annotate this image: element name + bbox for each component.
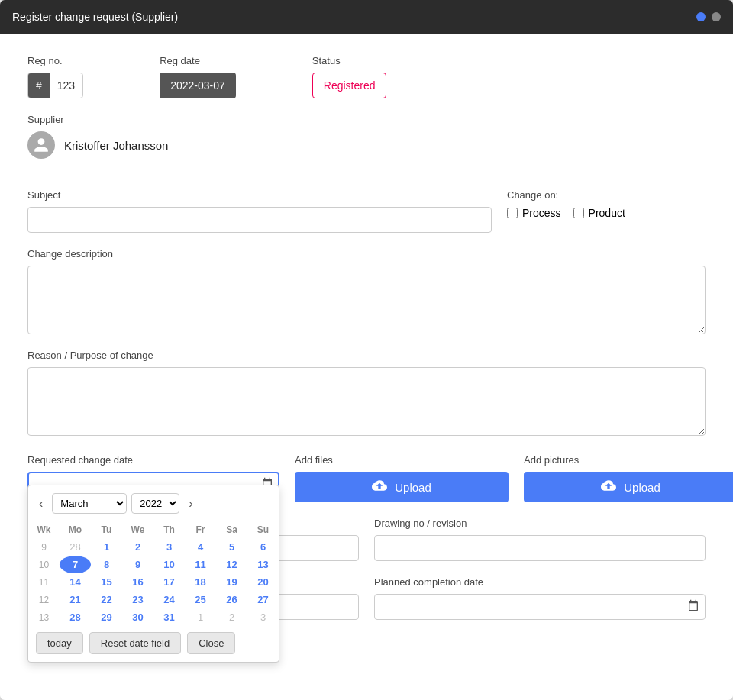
main-window: Register change request (Supplier) Reg n… — [0, 0, 733, 700]
reg-no-input[interactable]: # 123 — [27, 73, 83, 98]
planned-completion-calendar-btn[interactable] — [687, 599, 699, 615]
cal-next-btn[interactable]: › — [184, 495, 197, 512]
supplier-name: Kristoffer Johansson — [64, 139, 168, 152]
cal-day[interactable]: 28 — [60, 608, 91, 626]
reg-date-label: Reg date — [160, 55, 236, 66]
upload-pictures-icon — [601, 478, 616, 497]
cal-day[interactable]: 8 — [91, 556, 122, 573]
dot-gray — [712, 12, 721, 21]
upload-files-btn[interactable]: Upload — [295, 472, 509, 502]
cal-day[interactable]: 13 — [247, 556, 279, 573]
cal-day[interactable]: 5 — [216, 538, 247, 556]
cal-week-num: 13 — [28, 608, 60, 626]
planned-date-wrapper — [374, 594, 706, 620]
status-value: Registered — [324, 79, 376, 92]
titlebar: Register change request (Supplier) — [0, 0, 733, 34]
change-desc-textarea[interactable] — [27, 266, 706, 334]
product-checkbox[interactable] — [573, 208, 584, 218]
cal-header: ‹ January February March April May June … — [28, 485, 279, 521]
cal-day[interactable]: 10 — [153, 556, 185, 573]
avatar — [27, 131, 55, 159]
process-label: Process — [522, 207, 561, 219]
supplier-group: Supplier Kristoffer Johansson — [27, 114, 706, 174]
cal-day[interactable]: 26 — [216, 591, 247, 608]
cal-day[interactable]: 3 — [247, 608, 279, 626]
reason-textarea[interactable] — [27, 367, 706, 436]
cal-day[interactable]: 14 — [60, 573, 91, 591]
drawing-no-input[interactable] — [374, 535, 706, 561]
cal-header-we: We — [122, 521, 153, 538]
process-checkbox-item[interactable]: Process — [507, 207, 561, 219]
date-files-pics-row: Requested change date ‹ — [27, 454, 706, 502]
cal-day[interactable]: 21 — [60, 591, 91, 608]
supplier-row: Kristoffer Johansson — [27, 131, 706, 159]
reg-date-value: 2022-03-07 — [170, 79, 225, 92]
cal-day[interactable]: 6 — [247, 538, 279, 556]
change-on-group: Change on: Process Product — [507, 189, 706, 219]
cal-close-btn[interactable]: Close — [187, 632, 235, 654]
cal-day[interactable]: 2 — [122, 538, 153, 556]
planned-completion-label: Planned completion date — [374, 576, 706, 588]
upload-files-icon — [372, 478, 387, 497]
status-badge: Registered — [312, 73, 387, 98]
reg-no-value: 123 — [50, 79, 82, 92]
cal-year-select[interactable]: 2020 2021 2022 2023 2024 — [131, 493, 179, 514]
reg-date-group: Reg date 2022-03-07 — [160, 55, 236, 98]
cal-day[interactable]: 24 — [153, 591, 185, 608]
upload-pictures-btn[interactable]: Upload — [524, 472, 733, 502]
product-label: Product — [589, 207, 625, 219]
cal-day[interactable]: 11 — [185, 556, 216, 573]
cal-day[interactable]: 18 — [185, 573, 216, 591]
cal-day[interactable]: 4 — [185, 538, 216, 556]
add-pictures-group: Add pictures Upload — [524, 454, 733, 502]
cal-day[interactable]: 22 — [91, 591, 122, 608]
cal-day[interactable]: 1 — [91, 538, 122, 556]
cal-day[interactable]: 31 — [153, 608, 185, 626]
subject-input[interactable] — [27, 207, 492, 233]
planned-completion-group: Planned completion date — [374, 576, 706, 620]
cal-day[interactable]: 23 — [122, 591, 153, 608]
cal-header-sa: Sa — [216, 521, 247, 538]
cal-day[interactable]: 7 — [60, 556, 91, 573]
planned-completion-input[interactable] — [374, 594, 706, 620]
add-files-group: Add files Upload — [295, 454, 509, 502]
calendar-grid: Wk Mo Tu We Th Fr Sa Su 92812345610 — [28, 521, 279, 626]
change-on-label: Change on: — [507, 189, 706, 201]
planned-col: Planned completion date — [374, 576, 706, 620]
cal-day[interactable]: 12 — [216, 556, 247, 573]
process-checkbox[interactable] — [507, 208, 518, 218]
cal-today-btn[interactable]: today — [36, 632, 83, 654]
cal-day[interactable]: 1 — [185, 608, 216, 626]
cal-day[interactable]: 2 — [216, 608, 247, 626]
cal-reset-btn[interactable]: Reset date field — [89, 632, 181, 654]
requested-date-label: Requested change date — [27, 454, 279, 466]
subject-group: Subject — [27, 189, 492, 233]
calendar-popup: ‹ January February March April May June … — [27, 485, 279, 663]
subject-col: Subject — [27, 189, 492, 233]
cal-day[interactable]: 15 — [91, 573, 122, 591]
cal-day[interactable]: 29 — [91, 608, 122, 626]
cal-day[interactable]: 25 — [185, 591, 216, 608]
upload-pictures-label: Upload — [624, 481, 660, 494]
cal-header-wk: Wk — [28, 521, 60, 538]
cal-day[interactable]: 9 — [122, 556, 153, 573]
cal-day[interactable]: 27 — [247, 591, 279, 608]
cal-day[interactable]: 19 — [216, 573, 247, 591]
cal-month-select[interactable]: January February March April May June Ju… — [52, 493, 127, 514]
upload-files-label: Upload — [395, 481, 431, 494]
cal-header-th: Th — [153, 521, 185, 538]
reg-no-group: Reg no. # 123 — [27, 55, 83, 98]
cal-day[interactable]: 20 — [247, 573, 279, 591]
cal-day[interactable]: 16 — [122, 573, 153, 591]
cal-day[interactable]: 28 — [60, 538, 91, 556]
cal-day[interactable]: 30 — [122, 608, 153, 626]
status-label: Status — [312, 55, 387, 66]
cal-footer: today Reset date field Close — [28, 626, 279, 654]
add-files-label: Add files — [295, 454, 509, 466]
cal-day[interactable]: 17 — [153, 573, 185, 591]
product-checkbox-item[interactable]: Product — [573, 207, 625, 219]
status-group: Status Registered — [312, 55, 387, 98]
date-picker-section: Requested change date ‹ — [27, 454, 279, 502]
cal-day[interactable]: 3 — [153, 538, 185, 556]
cal-prev-btn[interactable]: ‹ — [34, 495, 47, 512]
